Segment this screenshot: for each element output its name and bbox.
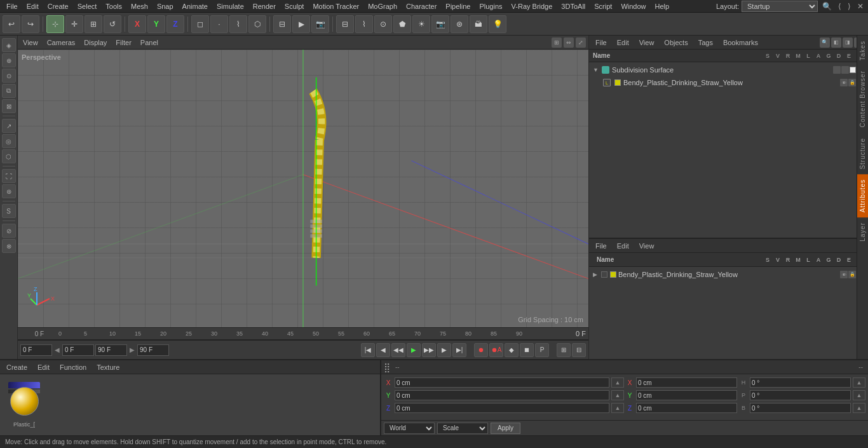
menu-render[interactable]: Render <box>249 1 280 11</box>
left-btn-4[interactable]: ⧉ <box>2 84 16 98</box>
viewport-menu-cameras[interactable]: Cameras <box>44 37 78 48</box>
timeline-bar[interactable]: 0 F 0 5 10 15 20 25 30 35 40 45 50 55 60… <box>18 327 588 340</box>
obj-collapse-icon[interactable]: ◧ <box>831 37 841 48</box>
menu-plugins[interactable]: Plugins <box>475 1 506 11</box>
menu-select[interactable]: Select <box>74 1 101 11</box>
undo-button[interactable]: ↩ <box>3 15 20 33</box>
panel-icon-expand[interactable]: ⟩ <box>846 2 853 11</box>
menu-snap[interactable]: Snap <box>153 1 177 11</box>
obj-vis-2[interactable] <box>841 66 849 74</box>
coord-x-arrow[interactable]: ▲ <box>611 377 624 388</box>
menu-mograph[interactable]: MoGraph <box>364 1 401 11</box>
mat-menu-edit[interactable]: Edit <box>35 362 52 372</box>
attr-icon-1[interactable]: 👁 <box>840 271 848 278</box>
y-axis-button[interactable]: Y <box>147 15 165 33</box>
obj-menu-view[interactable]: View <box>637 37 657 48</box>
vp-icon-grid[interactable]: ⊞ <box>552 37 562 48</box>
menu-vray[interactable]: V-Ray Bridge <box>508 1 557 11</box>
coord-y-arrow[interactable]: ▲ <box>611 390 624 400</box>
mat-menu-function[interactable]: Function <box>57 362 89 372</box>
select-tool-button[interactable]: ⊹ <box>46 15 64 33</box>
left-btn-12[interactable]: ⊘ <box>2 224 16 238</box>
viewport-menu-view[interactable]: View <box>20 37 41 48</box>
render-region-button[interactable]: ⊟ <box>273 15 291 33</box>
tab-content-browser[interactable]: Content Browser <box>857 65 868 132</box>
transport-preview[interactable]: ⊟ <box>572 343 586 357</box>
obj-search-icon[interactable]: 🔍 <box>820 37 830 48</box>
timeline-numbers[interactable]: 0 5 10 15 20 25 30 35 40 45 50 55 60 65 … <box>58 328 586 339</box>
obj-straw-lock[interactable]: 🔒 <box>848 79 856 86</box>
box-mode-button[interactable]: ⊟ <box>336 15 354 33</box>
vp-icon-expand[interactable]: ⤢ <box>576 37 586 48</box>
vp-icon-arrows[interactable]: ⇔ <box>564 37 574 48</box>
obj-vis-1[interactable] <box>833 66 841 74</box>
spline-button[interactable]: ⌇ <box>355 15 373 33</box>
transport-keyframe[interactable]: ◆ <box>505 343 519 357</box>
coord-p-arrow[interactable]: ▲ <box>853 390 865 400</box>
rotate-tool-button[interactable]: ↺ <box>104 15 121 33</box>
transport-record-auto[interactable]: ⏺A <box>489 343 503 357</box>
transport-to-start[interactable]: |◀ <box>361 343 375 357</box>
coord-b-arrow[interactable]: ▲ <box>853 403 865 413</box>
obj-menu-objects[interactable]: Objects <box>661 37 690 48</box>
world-dropdown[interactable]: World <box>384 423 435 434</box>
transport-play-back[interactable]: ◀◀ <box>391 343 405 357</box>
coord-x2-field[interactable] <box>636 377 737 388</box>
attr-menu-view[interactable]: View <box>637 241 657 251</box>
obj-menu-bookmarks[interactable]: Bookmarks <box>721 37 761 48</box>
tab-structure[interactable]: Structure <box>857 133 868 175</box>
menu-mesh[interactable]: Mesh <box>127 1 152 11</box>
point-mode-button[interactable]: · <box>210 15 228 33</box>
transport-back-frame[interactable]: ◀ <box>376 343 390 357</box>
coord-h-field[interactable] <box>750 377 851 388</box>
viewport-canvas[interactable]: Perspective Grid Spacing : 10 cm X Y Z <box>18 50 588 327</box>
panel-icon-search[interactable]: 🔍 <box>820 2 834 11</box>
track-button[interactable]: ⊛ <box>451 15 468 33</box>
viewport-menu-panel[interactable]: Panel <box>138 37 161 48</box>
bulb-button[interactable]: 💡 <box>489 15 506 33</box>
menu-simulate[interactable]: Simulate <box>213 1 248 11</box>
coord-z2-field[interactable] <box>636 403 737 413</box>
obj-item-straw[interactable]: L Bendy_Plastic_Drinking_Straw_Yellow 👁 … <box>590 76 867 89</box>
menu-animate[interactable]: Animate <box>179 1 212 11</box>
transport-play[interactable]: ▶ <box>407 343 421 357</box>
menu-tools[interactable]: Tools <box>102 1 126 11</box>
transport-record[interactable]: ⏺ <box>474 343 488 357</box>
attr-menu-edit[interactable]: Edit <box>614 241 632 251</box>
menu-sculpt[interactable]: Sculpt <box>281 1 308 11</box>
attr-item-straw[interactable]: ▶ Bendy_Plastic_Drinking_Straw_Yellow 👁 … <box>590 268 867 281</box>
coord-z-arrow[interactable]: ▲ <box>611 403 624 413</box>
mat-menu-create[interactable]: Create <box>4 362 30 372</box>
left-btn-11[interactable]: S <box>2 204 16 218</box>
transport-start-field[interactable] <box>20 344 52 356</box>
obj-item-subdivision[interactable]: ▼ Subdivision Surface ✓ <box>590 64 867 76</box>
panel-icon-close[interactable]: ✕ <box>855 2 865 11</box>
menu-file[interactable]: File <box>3 1 22 11</box>
scale-dropdown[interactable]: Scale <box>437 423 488 434</box>
expand-icon[interactable]: ▼ <box>593 67 599 73</box>
layout-select[interactable]: Startup <box>742 1 818 12</box>
menu-character[interactable]: Character <box>402 1 440 11</box>
obj-straw-eye[interactable]: 👁 <box>840 79 848 86</box>
viewport-menu-filter[interactable]: Filter <box>113 37 133 48</box>
obj-menu-edit[interactable]: Edit <box>614 37 632 48</box>
left-btn-10[interactable]: ⊛ <box>2 184 16 198</box>
left-btn-5[interactable]: ⊠ <box>2 99 16 113</box>
coord-y2-field[interactable] <box>636 390 737 400</box>
coord-h-arrow[interactable]: ▲ <box>853 377 865 388</box>
attr-menu-file[interactable]: File <box>593 241 609 251</box>
mat-swatch-container[interactable]: Plastic_[ <box>5 382 43 428</box>
coord-z-field[interactable] <box>395 403 609 413</box>
obj-menu-file[interactable]: File <box>593 37 609 48</box>
menu-script[interactable]: Script <box>590 1 616 11</box>
menu-motion-tracker[interactable]: Motion Tracker <box>309 1 363 11</box>
light-button[interactable]: ☀ <box>412 15 430 33</box>
z-axis-button[interactable]: Z <box>166 15 184 33</box>
left-btn-2[interactable]: ⊕ <box>2 53 16 67</box>
transport-forward-frame[interactable]: ▶ <box>437 343 451 357</box>
transport-grid[interactable]: ⊞ <box>557 343 571 357</box>
menu-window[interactable]: Window <box>617 1 649 11</box>
panel-icon-collapse[interactable]: ⟨ <box>836 2 843 11</box>
transport-min-field[interactable] <box>62 344 94 356</box>
left-btn-13[interactable]: ⊗ <box>2 239 16 253</box>
